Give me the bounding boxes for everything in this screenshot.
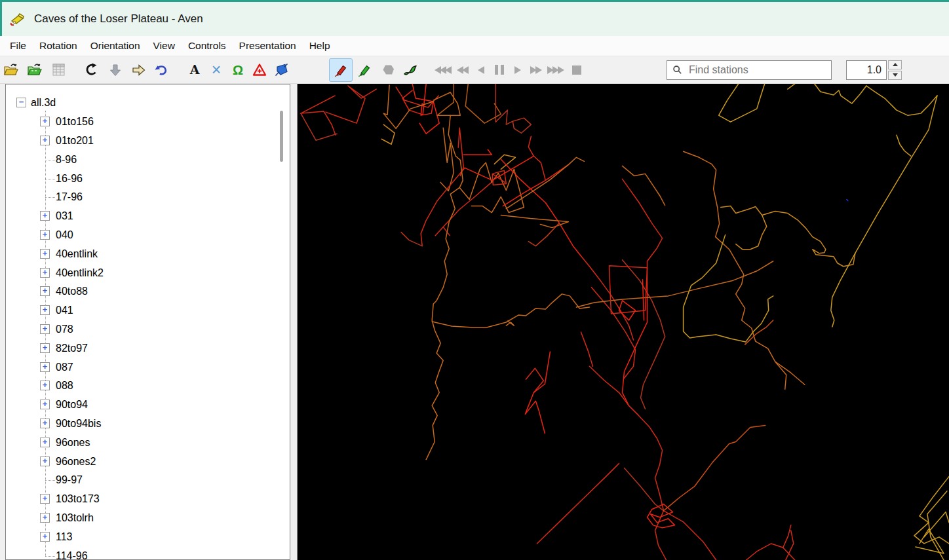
tree-item-label: 078: [56, 324, 73, 335]
gray-blob-icon: [381, 64, 395, 76]
tree-item-103tolrh[interactable]: +103tolrh: [6, 509, 290, 528]
expand-toggle[interactable]: +: [40, 457, 50, 466]
pause-button[interactable]: [491, 60, 508, 80]
search-input[interactable]: [688, 64, 826, 77]
expand-toggle[interactable]: +: [40, 532, 50, 542]
spinner-up-button[interactable]: [888, 60, 902, 69]
tree-item-031[interactable]: +031: [6, 207, 290, 226]
tree-item-label: 041: [56, 305, 73, 316]
expand-toggle[interactable]: +: [40, 249, 50, 259]
rotate-button[interactable]: [83, 60, 100, 80]
expand-toggle[interactable]: +: [40, 400, 50, 409]
tree-item-087[interactable]: +087: [6, 358, 290, 377]
tree-scrollbar-thumb[interactable]: [280, 111, 283, 162]
green-pen-button[interactable]: [356, 60, 373, 80]
tree-item-40to88[interactable]: +40to88: [6, 282, 290, 301]
splitter-sash[interactable]: [290, 84, 298, 560]
fixed-points-button[interactable]: [251, 60, 268, 80]
expand-toggle[interactable]: +: [40, 494, 50, 504]
expand-toggle[interactable]: +: [40, 286, 50, 296]
menu-item-view[interactable]: View: [147, 37, 182, 54]
menu-item-rotation[interactable]: Rotation: [33, 37, 84, 54]
tree-item-114-96[interactable]: 114-96: [6, 546, 290, 560]
tree-item-088[interactable]: +088: [6, 377, 290, 396]
expand-toggle[interactable]: +: [40, 305, 50, 315]
expand-toggle[interactable]: +: [40, 117, 50, 126]
tree-item-label: 8-96: [56, 154, 77, 166]
tree-item-040[interactable]: +040: [6, 226, 290, 245]
tree-item-label: 087: [56, 362, 73, 373]
expand-toggle[interactable]: +: [40, 230, 50, 240]
stop-button[interactable]: [568, 60, 585, 80]
entrances-button[interactable]: Ω: [229, 60, 246, 80]
tree-item-all.3d[interactable]: −all.3d: [6, 94, 290, 113]
find-stations-search[interactable]: [667, 60, 832, 80]
tree-item-40entlink[interactable]: +40entlink: [6, 244, 290, 263]
elevation-right-arrow-button[interactable]: [130, 60, 147, 80]
tree-item-078[interactable]: +078: [6, 320, 290, 339]
scale-spinner: 1.0: [846, 60, 902, 80]
tree-item-82to97[interactable]: +82to97: [6, 339, 290, 358]
collapse-toggle[interactable]: −: [16, 98, 26, 107]
menu-item-file[interactable]: File: [3, 37, 33, 54]
expand-toggle[interactable]: +: [40, 513, 50, 523]
gray-polygon-button[interactable]: [379, 60, 397, 80]
tree-item-01to156[interactable]: +01to156: [6, 113, 290, 132]
tree-item-8-96[interactable]: 8-96: [6, 150, 290, 169]
crosses-button[interactable]: ×: [208, 60, 225, 80]
expand-toggle[interactable]: +: [40, 324, 50, 334]
step-back-button[interactable]: [473, 60, 490, 80]
menu-item-help[interactable]: Help: [303, 37, 337, 54]
tree-leaf-stub: [45, 480, 55, 481]
expand-toggle[interactable]: +: [40, 381, 50, 390]
log-grid-button[interactable]: [50, 60, 67, 80]
expand-toggle[interactable]: +: [40, 211, 50, 221]
undo-button[interactable]: [153, 60, 170, 80]
toolbar: A × Ω: [0, 56, 949, 84]
warning-triangle-icon: [252, 63, 267, 77]
green-flag-button[interactable]: [402, 60, 419, 80]
skip-to-end-button[interactable]: [546, 60, 566, 80]
station-names-button[interactable]: A: [186, 60, 203, 80]
menu-item-controls[interactable]: Controls: [182, 37, 233, 54]
tree-item-17-96[interactable]: 17-96: [6, 188, 290, 207]
tree-item-01to201[interactable]: +01to201: [6, 132, 290, 151]
plan-down-arrow-button[interactable]: [107, 60, 124, 80]
tree-item-label: 40entlink: [56, 248, 98, 260]
tree-item-96ones[interactable]: +96ones: [6, 433, 290, 452]
spinner-value[interactable]: 1.0: [846, 60, 887, 80]
expand-toggle[interactable]: +: [40, 268, 50, 278]
tree-item-103to173[interactable]: +103to173: [6, 490, 290, 509]
expand-toggle[interactable]: +: [40, 419, 50, 428]
menu-item-orientation[interactable]: Orientation: [84, 37, 147, 54]
spinner-down-button[interactable]: [888, 71, 902, 80]
tree-item-90to94[interactable]: +90to94: [6, 396, 290, 415]
open-terrain-button[interactable]: [26, 60, 43, 80]
expand-toggle[interactable]: +: [40, 362, 50, 372]
open-file-button[interactable]: [2, 60, 19, 80]
window-title: Caves of the Loser Plateau - Aven: [34, 12, 203, 26]
menu-item-presentation[interactable]: Presentation: [233, 37, 303, 54]
tree-item-041[interactable]: +041: [6, 301, 290, 320]
tree-item-90to94bis[interactable]: +90to94bis: [6, 415, 290, 434]
play-button[interactable]: [509, 60, 526, 80]
tree-leaf-stub: [45, 556, 55, 557]
tree-item-40entlink2[interactable]: +40entlink2: [6, 263, 290, 282]
app-window: Caves of the Loser Plateau - Aven FileRo…: [0, 0, 949, 560]
tree-item-96ones2[interactable]: +96ones2: [6, 452, 290, 471]
tree-item-99-97[interactable]: 99-97: [6, 471, 290, 490]
tree-item-label: 16-96: [56, 173, 83, 185]
expand-toggle[interactable]: +: [40, 343, 50, 353]
red-pen-button[interactable]: [329, 58, 353, 82]
skip-to-start-button[interactable]: [433, 60, 453, 80]
expand-toggle[interactable]: +: [40, 136, 50, 145]
expand-toggle[interactable]: +: [40, 438, 50, 447]
clino-button[interactable]: [273, 60, 290, 80]
fast-forward-button[interactable]: [528, 60, 545, 80]
survey-3d-view[interactable]: [298, 84, 949, 560]
tree-item-label: 103to173: [56, 493, 100, 505]
tree-item-113[interactable]: +113: [6, 527, 290, 546]
tree-item-16-96[interactable]: 16-96: [6, 169, 290, 188]
tree-item-label: 17-96: [56, 191, 83, 203]
rewind-button[interactable]: [454, 60, 471, 80]
